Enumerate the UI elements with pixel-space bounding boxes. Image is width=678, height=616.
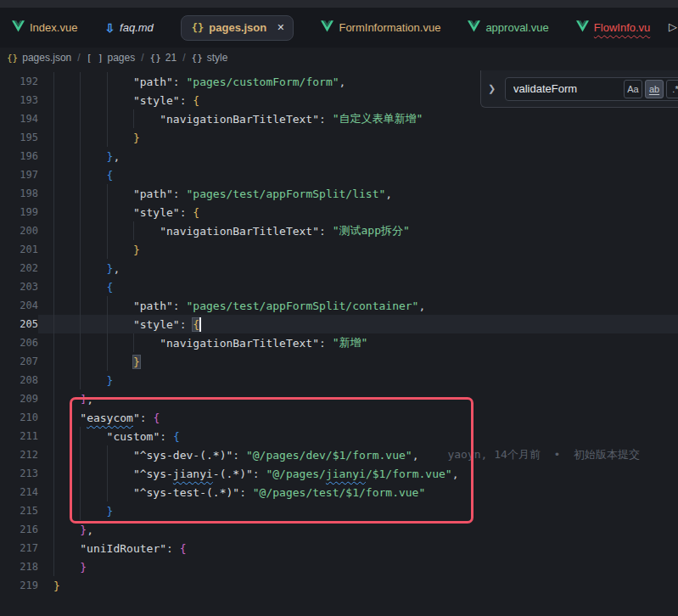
code-line-194[interactable]: 194"navigationBarTitleText": "自定义表单新增": [0, 109, 678, 128]
tab-approval-vue[interactable]: approval.vue: [468, 8, 548, 48]
breadcrumb-item-pages-json[interactable]: {}pages.json: [7, 52, 71, 64]
code-token: "style": [133, 94, 180, 107]
line-number[interactable]: 200: [0, 221, 38, 240]
code-line-207[interactable]: 207}: [0, 352, 678, 371]
code-line-195[interactable]: 195}: [0, 128, 678, 147]
find-option-whole-word[interactable]: ab: [645, 80, 664, 98]
line-number[interactable]: 219: [0, 576, 38, 595]
code-line-216[interactable]: 216},: [0, 520, 678, 539]
find-toggle-chevron-icon[interactable]: ❯: [488, 83, 498, 94]
code-line-203[interactable]: 203{: [0, 277, 678, 296]
line-number[interactable]: 196: [0, 147, 38, 165]
code-line-206[interactable]: 206"navigationBarTitleText": "新增": [0, 333, 678, 352]
close-icon[interactable]: ✕: [277, 22, 284, 33]
code-token: {: [173, 430, 180, 443]
code-line-204[interactable]: 204"path": "pages/test/appFormSplit/cont…: [0, 296, 678, 315]
code-line-197[interactable]: 197{: [0, 165, 678, 184]
line-number[interactable]: 197: [0, 165, 38, 184]
breadcrumb-label: 21: [165, 52, 177, 64]
tab-pages-json[interactable]: {}pages.json✕: [181, 15, 294, 41]
code-token: "^sys-test-(.*)": [133, 486, 239, 499]
breadcrumb-item-pages[interactable]: [ ]pages: [87, 52, 136, 64]
breadcrumb-item-style[interactable]: {}style: [192, 52, 228, 64]
line-number[interactable]: 210: [0, 408, 38, 427]
line-number[interactable]: 206: [0, 333, 38, 352]
tab-flowinfo-vu[interactable]: FlowInfo.vu: [576, 8, 650, 48]
line-number[interactable]: 215: [0, 501, 38, 520]
line-number[interactable]: 203: [0, 277, 38, 296]
text-cursor: [199, 317, 201, 332]
code-line-199[interactable]: 199"style": {: [0, 203, 678, 221]
code-line-211[interactable]: 211"custom": {: [0, 427, 678, 445]
tab-overflow-chevron-icon[interactable]: ▷: [669, 20, 677, 33]
code-line-213[interactable]: 213"^sys-jianyi-(.*)": "@/pages/jianyi/$…: [0, 464, 678, 483]
code-line-200[interactable]: 200"navigationBarTitleText": "测试app拆分": [0, 221, 678, 240]
line-number[interactable]: 204: [0, 296, 38, 315]
line-number[interactable]: 212: [0, 445, 38, 464]
line-number[interactable]: 208: [0, 371, 38, 389]
code-token: }: [80, 561, 87, 574]
indent-guide: [80, 352, 106, 371]
code-line-214[interactable]: 214"^sys-test-(.*)": "@/pages/test/$1/fo…: [0, 483, 678, 501]
tab-faq-md[interactable]: ⇩faq.md: [104, 8, 153, 48]
tab-label: pages.json: [209, 21, 266, 34]
line-number[interactable]: 214: [0, 483, 38, 501]
line-number[interactable]: 193: [0, 91, 38, 109]
json-file-icon: {}: [7, 53, 18, 64]
code-token: :: [319, 225, 333, 238]
matched-bracket: {: [193, 318, 199, 331]
code-editor[interactable]: 192"path": "pages/customForm/form",193"s…: [0, 68, 678, 616]
line-number[interactable]: 192: [0, 72, 38, 91]
code-token: easycom: [87, 412, 133, 424]
indent-guide: [53, 427, 80, 445]
md-arrow-icon: ⇩: [104, 22, 115, 34]
indent-guide: [53, 483, 80, 501]
code-line-202[interactable]: 202},: [0, 259, 678, 277]
line-number[interactable]: 198: [0, 184, 38, 203]
indent-guide: [80, 165, 106, 184]
line-number[interactable]: 201: [0, 240, 38, 259]
indent-guide: [133, 109, 160, 128]
line-number[interactable]: 205: [0, 315, 38, 333]
code-line-219[interactable]: 219}: [0, 576, 678, 595]
find-option-regex[interactable]: .*: [666, 80, 678, 98]
line-number[interactable]: 202: [0, 259, 38, 277]
line-number[interactable]: 218: [0, 557, 38, 576]
line-content: "uniIdRouter": {: [38, 539, 678, 557]
line-number[interactable]: 217: [0, 539, 38, 557]
code-line-215[interactable]: 215}: [0, 501, 678, 520]
code-line-196[interactable]: 196},: [0, 147, 678, 165]
code-token: -(.*)": [213, 468, 253, 480]
code-token: ,: [385, 188, 392, 200]
code-line-212[interactable]: 212"^sys-dev-(.*)": "@/pages/dev/$1/form…: [0, 445, 678, 464]
vue-icon: [12, 20, 25, 35]
code-token: }: [133, 132, 140, 144]
tab-forminformation-vue[interactable]: FormInformation.vue: [321, 8, 440, 48]
line-number[interactable]: 194: [0, 109, 38, 128]
breadcrumb-item-21[interactable]: {}21: [150, 52, 177, 64]
indent-guide: [107, 91, 133, 109]
code-line-198[interactable]: 198"path": "pages/test/appFormSplit/list…: [0, 184, 678, 203]
code-line-210[interactable]: 210"easycom": {: [0, 408, 678, 427]
find-input-value[interactable]: validateForm: [513, 82, 621, 95]
find-option-match-case[interactable]: Aa: [624, 80, 642, 98]
code-line-205[interactable]: 205"style": {: [0, 315, 678, 333]
whole-word-icon: ab: [649, 84, 659, 94]
code-line-209[interactable]: 209],: [0, 389, 678, 408]
line-number[interactable]: 199: [0, 203, 38, 221]
line-number[interactable]: 211: [0, 427, 38, 445]
tab-index-vue[interactable]: Index.vue: [12, 8, 77, 48]
code-line-208[interactable]: 208}: [0, 371, 678, 389]
line-number[interactable]: 209: [0, 389, 38, 408]
line-number[interactable]: 195: [0, 128, 38, 147]
code-line-201[interactable]: 201}: [0, 240, 678, 259]
line-number[interactable]: 213: [0, 464, 38, 483]
indent-guide: [80, 240, 106, 259]
code-line-218[interactable]: 218}: [0, 557, 678, 576]
line-number[interactable]: 207: [0, 352, 38, 371]
regex-icon: .*: [672, 84, 678, 94]
indent-guide: [53, 240, 80, 259]
line-number[interactable]: 216: [0, 520, 38, 539]
find-input[interactable]: validateForm Aaab.*: [505, 77, 678, 101]
code-line-217[interactable]: 217"uniIdRouter": {: [0, 539, 678, 557]
